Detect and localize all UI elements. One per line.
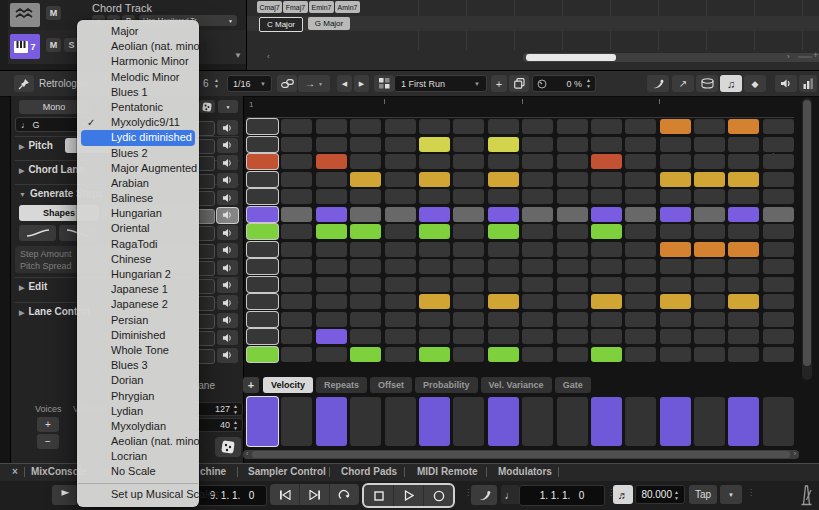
lane-audition-button[interactable]: [217, 225, 238, 240]
step-cell[interactable]: [419, 154, 450, 169]
step-cell[interactable]: [728, 224, 759, 239]
step-cell[interactable]: [316, 294, 347, 309]
step-cell[interactable]: [419, 189, 450, 204]
record-button[interactable]: [424, 485, 453, 506]
step-cell[interactable]: [625, 154, 656, 169]
step-cell[interactable]: [316, 224, 347, 239]
step-cell[interactable]: [488, 242, 519, 257]
chord-event[interactable]: Amin7: [335, 1, 360, 13]
step-cell[interactable]: [660, 259, 691, 274]
step-cell[interactable]: [660, 172, 691, 187]
step-cell[interactable]: [557, 189, 588, 204]
metronome-button[interactable]: [799, 484, 814, 506]
step-cell[interactable]: [522, 189, 553, 204]
step-cell[interactable]: [660, 347, 691, 362]
step-cell[interactable]: [557, 137, 588, 152]
step-cell[interactable]: [625, 312, 656, 327]
step-cell[interactable]: [728, 119, 759, 134]
step-cell[interactable]: [453, 189, 484, 204]
velocity-cell[interactable]: [660, 397, 691, 446]
go-to-next-marker-button[interactable]: [300, 484, 330, 505]
zoom-slider[interactable]: [798, 56, 812, 58]
step-cell[interactable]: [522, 312, 553, 327]
lane-audition-button[interactable]: [217, 173, 238, 188]
velocity-max-stepper[interactable]: ▲▼: [233, 404, 238, 415]
menu-item-scale[interactable]: Melodic Minor: [77, 70, 199, 85]
step-cell[interactable]: [350, 207, 381, 222]
velocity-cell[interactable]: [522, 397, 553, 446]
step-cell[interactable]: [350, 154, 381, 169]
horizontal-scrollbar[interactable]: [523, 53, 819, 62]
menu-item-scale[interactable]: Aeolian (nat. minor): [77, 39, 199, 54]
step-cell[interactable]: [728, 329, 759, 344]
swing-control[interactable]: 0 % ▲▼: [532, 75, 596, 92]
tap-tempo-button[interactable]: Tap: [689, 485, 717, 504]
step-cell[interactable]: [350, 259, 381, 274]
step-cell[interactable]: [660, 294, 691, 309]
lane-tab-probability[interactable]: Probability: [415, 377, 478, 393]
step-cell[interactable]: [247, 189, 278, 204]
menu-item-scale[interactable]: Major Augmented: [77, 161, 199, 176]
lane-options-dropdown[interactable]: ▼: [218, 100, 238, 113]
step-count-value[interactable]: 6: [203, 78, 209, 95]
next-pattern-button[interactable]: ▶: [354, 75, 369, 92]
step-cell[interactable]: [419, 294, 450, 309]
randomize-button[interactable]: [215, 437, 241, 457]
menu-item-scale[interactable]: No Scale: [77, 464, 199, 479]
step-cell[interactable]: [247, 329, 278, 344]
step-cell[interactable]: [625, 242, 656, 257]
shape-rise-button[interactable]: [19, 225, 56, 241]
tab-sampler-control[interactable]: Sampler Control: [248, 466, 326, 477]
step-cell[interactable]: [522, 347, 553, 362]
step-cell[interactable]: [488, 137, 519, 152]
step-cell[interactable]: [350, 119, 381, 134]
tab-modulators[interactable]: Modulators: [498, 466, 552, 477]
lane-audition-button[interactable]: [217, 208, 238, 223]
step-cell[interactable]: [281, 172, 312, 187]
menu-item-scale[interactable]: Blues 2: [77, 146, 199, 161]
grid-ruler[interactable]: 1: [247, 96, 794, 118]
step-cell[interactable]: [247, 207, 278, 222]
menu-item-scale[interactable]: Blues 3: [77, 358, 199, 373]
step-cell[interactable]: [453, 119, 484, 134]
step-cell[interactable]: [625, 207, 656, 222]
step-cell[interactable]: [281, 189, 312, 204]
lane-audition-button[interactable]: [217, 155, 238, 170]
chord-event[interactable]: Cmaj7: [257, 1, 282, 13]
step-cell[interactable]: [350, 172, 381, 187]
add-lane-button[interactable]: +: [243, 377, 259, 393]
step-cell[interactable]: [488, 189, 519, 204]
velocity-cell[interactable]: [591, 397, 622, 446]
velocity-cell[interactable]: [488, 397, 519, 446]
step-cell[interactable]: [316, 119, 347, 134]
step-cell[interactable]: [694, 294, 725, 309]
step-cell[interactable]: [316, 259, 347, 274]
step-cell[interactable]: [728, 242, 759, 257]
step-cell[interactable]: [247, 154, 278, 169]
step-cell[interactable]: [522, 207, 553, 222]
step-cell[interactable]: [488, 259, 519, 274]
menu-item-scale[interactable]: Lydic diminished: [81, 130, 195, 145]
go-to-previous-marker-button[interactable]: [270, 484, 300, 505]
stop-button[interactable]: [364, 485, 394, 506]
lane-tab-repeats[interactable]: Repeats: [316, 377, 367, 393]
step-cell[interactable]: [728, 189, 759, 204]
menu-item-scale[interactable]: Harmonic Minor: [77, 54, 199, 69]
mute-button[interactable]: M: [46, 6, 61, 20]
step-cell[interactable]: [281, 259, 312, 274]
step-cell[interactable]: [763, 294, 794, 309]
section-pitch[interactable]: ▶Pitch: [19, 140, 53, 151]
menu-item-scale[interactable]: Arabian: [77, 176, 199, 191]
step-cell[interactable]: [247, 259, 278, 274]
step-cell[interactable]: [453, 154, 484, 169]
step-cell[interactable]: [625, 329, 656, 344]
step-cell[interactable]: [488, 119, 519, 134]
menu-item-scale[interactable]: Japanese 1: [77, 282, 199, 297]
menu-item-scale[interactable]: Locrian: [77, 449, 199, 464]
menu-item-setup-scales[interactable]: Set up Musical Scales...: [77, 487, 199, 502]
step-cell[interactable]: [694, 137, 725, 152]
step-cell[interactable]: [557, 277, 588, 292]
menu-item-scale[interactable]: Dorian: [77, 373, 199, 388]
step-cell[interactable]: [694, 242, 725, 257]
menu-item-scale[interactable]: Myxolydian: [77, 419, 199, 434]
